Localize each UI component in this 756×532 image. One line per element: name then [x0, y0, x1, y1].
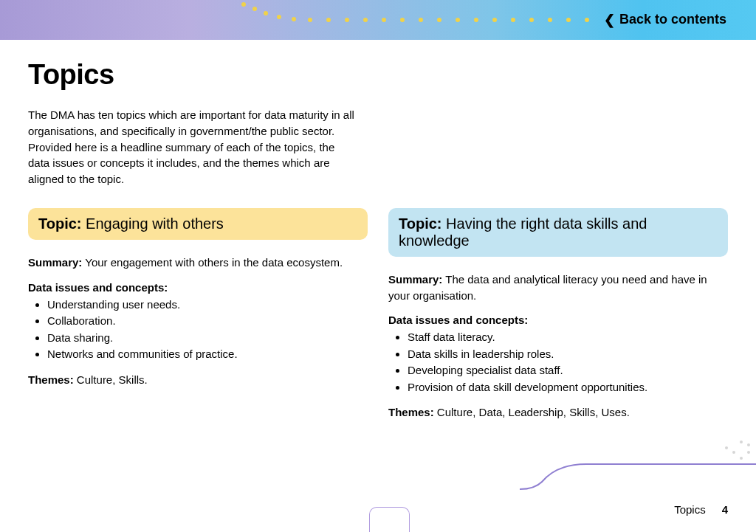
header-banner: ❮ Back to contents: [0, 0, 756, 40]
svg-point-8: [363, 18, 368, 22]
topic-themes: Themes: Culture, Skills.: [28, 373, 368, 386]
svg-point-26: [740, 441, 743, 443]
concepts-heading: Data issues and concepts:: [388, 314, 728, 326]
svg-point-0: [241, 2, 246, 7]
svg-point-4: [292, 17, 296, 21]
list-item: Networks and communities of practice.: [47, 346, 368, 363]
themes-text: Culture, Skills.: [77, 373, 148, 386]
svg-point-1: [252, 7, 257, 11]
svg-point-18: [548, 18, 552, 22]
summary-text: Your engagement with others in the data …: [85, 256, 343, 269]
topic-title: Engaging with others: [86, 215, 224, 232]
svg-point-9: [382, 18, 386, 22]
svg-point-19: [566, 18, 571, 22]
svg-point-22: [732, 451, 735, 454]
svg-point-13: [456, 18, 460, 22]
list-item: Collaboration.: [47, 313, 368, 330]
list-item: Staff data literacy.: [408, 329, 728, 346]
back-to-contents-link[interactable]: ❮ Back to contents: [604, 12, 726, 27]
svg-point-14: [474, 18, 478, 22]
chevron-left-icon: ❮: [604, 13, 615, 27]
svg-point-7: [345, 18, 349, 22]
svg-point-16: [511, 18, 515, 22]
concepts-heading: Data issues and concepts:: [28, 281, 368, 294]
footer-section: Topics: [674, 503, 706, 516]
svg-point-12: [437, 18, 441, 22]
svg-point-15: [492, 18, 497, 22]
concepts-list: Staff data literacy. Data skills in lead…: [388, 329, 728, 395]
svg-point-25: [747, 443, 750, 446]
topic-card: Topic: Having the right data skills and …: [388, 208, 728, 419]
topics-columns: Topic: Engaging with others Summary: You…: [28, 208, 728, 419]
topic-card: Topic: Engaging with others Summary: You…: [28, 208, 368, 419]
themes-prefix: Themes:: [388, 406, 434, 418]
svg-point-2: [264, 11, 268, 15]
list-item: Developing specialist data staff.: [408, 362, 728, 379]
back-link-label: Back to contents: [619, 12, 726, 27]
list-item: Understanding user needs.: [47, 297, 368, 314]
page-footer: Topics 4: [674, 503, 728, 516]
svg-point-23: [725, 446, 728, 449]
topic-summary: Summary: The data and analytical literac…: [388, 272, 728, 304]
svg-point-10: [400, 18, 405, 22]
page-number: 4: [722, 503, 728, 516]
themes-text: Culture, Data, Leadership, Skills, Uses.: [437, 406, 630, 418]
svg-point-3: [277, 15, 281, 19]
svg-point-21: [740, 457, 743, 460]
topic-pill: Topic: Engaging with others: [28, 208, 368, 240]
topic-prefix: Topic:: [38, 215, 82, 232]
decorative-box: [369, 507, 410, 532]
svg-point-24: [747, 451, 750, 454]
list-item: Data skills in leadership roles.: [408, 346, 728, 363]
topic-prefix: Topic:: [399, 215, 442, 232]
decorative-curve: [520, 438, 756, 504]
topic-pill: Topic: Having the right data skills and …: [388, 208, 728, 257]
list-item: Provision of data skill development oppo…: [408, 379, 728, 396]
svg-point-6: [326, 18, 331, 22]
concepts-list: Understanding user needs. Collaboration.…: [28, 297, 368, 363]
themes-prefix: Themes:: [28, 373, 74, 386]
svg-point-5: [308, 18, 312, 22]
topic-themes: Themes: Culture, Data, Leadership, Skill…: [388, 406, 728, 418]
intro-paragraph: The DMA has ten topics which are importa…: [28, 107, 357, 187]
summary-prefix: Summary:: [28, 256, 82, 269]
svg-point-20: [585, 18, 589, 22]
list-item: Data sharing.: [47, 330, 368, 347]
page-content: Topics The DMA has ten topics which are …: [28, 59, 728, 418]
svg-point-17: [529, 18, 534, 22]
topic-summary: Summary: Your engagement with others in …: [28, 255, 368, 271]
svg-point-11: [419, 18, 423, 22]
summary-prefix: Summary:: [388, 273, 442, 286]
page-title: Topics: [28, 59, 728, 91]
